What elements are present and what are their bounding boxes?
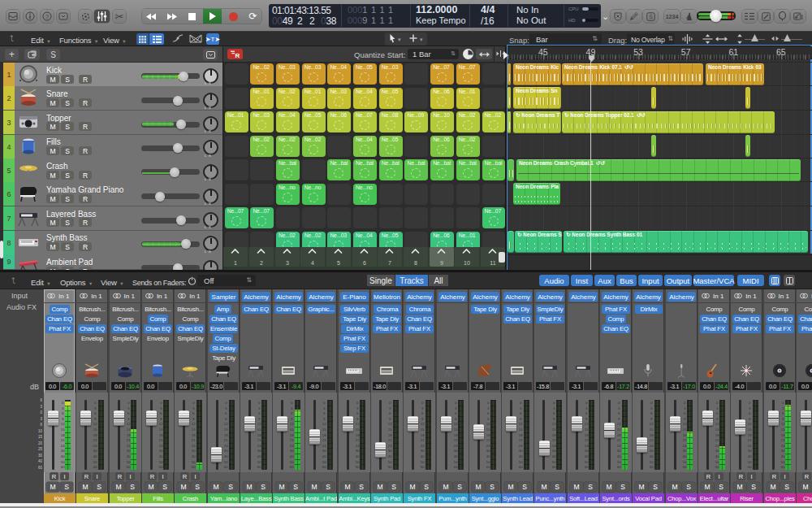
svg-text:R: R	[235, 52, 240, 59]
svg-text:?: ?	[45, 13, 50, 20]
svg-text:S: S	[649, 14, 653, 20]
